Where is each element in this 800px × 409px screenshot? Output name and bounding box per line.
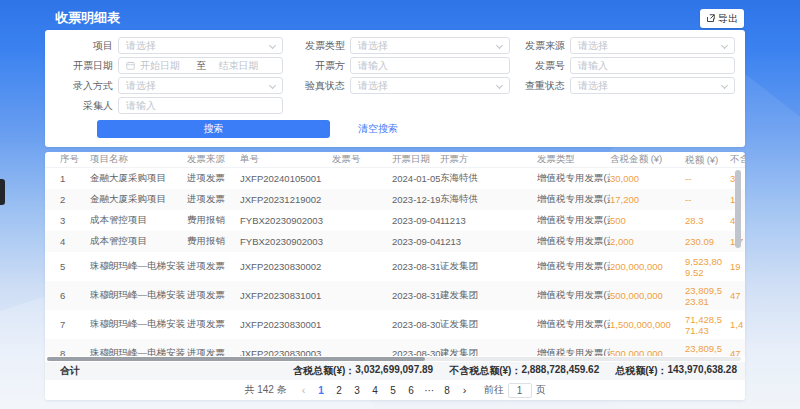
table-cell: 200,000,000 bbox=[610, 261, 685, 272]
table-cell: 47 bbox=[730, 290, 745, 301]
invoice-type-select[interactable]: 请选择 bbox=[350, 37, 510, 54]
table-cell: FYBX20230902003 bbox=[240, 215, 332, 226]
clear-search-button[interactable]: 清空搜索 bbox=[358, 120, 398, 138]
summary-row: 合计 含税总额(¥)： 3,032,699,097.89 不含税总额(¥)： 2… bbox=[45, 362, 745, 380]
table-cell: 500,000,000 bbox=[610, 290, 685, 301]
total-with-tax-value: 3,032,699,097.89 bbox=[355, 364, 433, 378]
column-header: 发票号 bbox=[332, 153, 392, 166]
prev-page-button[interactable]: ‹ bbox=[298, 384, 310, 396]
table-cell: 1213 bbox=[440, 236, 537, 247]
chevron-down-icon bbox=[269, 42, 276, 49]
page-button-8[interactable]: 8 bbox=[441, 385, 454, 396]
column-header: 开票方 bbox=[440, 153, 537, 166]
invoice-no-label: 发票号 bbox=[500, 57, 565, 74]
table-cell: 增值税专用发票(蓝) bbox=[537, 260, 610, 273]
start-date-placeholder: 开始日期 bbox=[140, 59, 197, 73]
goto-page-input[interactable] bbox=[508, 383, 532, 398]
table-row: 2金融大厦采购项目进项发票JXFP202312190022023-12-19东海… bbox=[45, 189, 745, 210]
pagination: 共 142 条 ‹ 1 2 3 4 5 6 ··· 8 › 前往 页 bbox=[45, 380, 745, 400]
more-pages-icon[interactable]: ··· bbox=[423, 385, 436, 396]
table-cell: 增值税专用发票(蓝) bbox=[537, 172, 610, 185]
page-button-3[interactable]: 3 bbox=[351, 385, 364, 396]
project-select[interactable]: 请选择 bbox=[118, 37, 283, 54]
table-cell: 增值税专用发票(蓝) bbox=[537, 214, 610, 227]
table-cell: 2023-08-31 bbox=[392, 290, 440, 301]
table-cell: 71,428,571.43 bbox=[685, 314, 730, 336]
table-cell: 进项发票 bbox=[187, 260, 240, 273]
pagination-total: 共 142 条 bbox=[244, 383, 286, 397]
total-without-tax-value: 2,888,728,459.62 bbox=[521, 364, 599, 378]
table-cell: 证发集团 bbox=[440, 318, 537, 331]
table-cell: JXFP20230831001 bbox=[240, 290, 332, 301]
page-button-2[interactable]: 2 bbox=[333, 385, 346, 396]
search-button[interactable]: 搜索 bbox=[97, 120, 330, 138]
table-cell: JXFP20240105001 bbox=[240, 173, 332, 184]
dup-status-placeholder: 请选择 bbox=[578, 79, 608, 93]
horizontal-scrollbar-thumb[interactable] bbox=[47, 357, 425, 361]
table-cell: 增值税专用发票(蓝) bbox=[537, 289, 610, 302]
table-cell: 2023-08-31 bbox=[392, 261, 440, 272]
table-cell: 1,500,000,000 bbox=[610, 319, 685, 330]
entry-method-select[interactable]: 请选择 bbox=[118, 77, 283, 94]
table-cell: JXFP20230830002 bbox=[240, 261, 332, 272]
next-page-button[interactable]: › bbox=[459, 384, 471, 396]
table-cell: 230.09 bbox=[685, 236, 730, 247]
invoice-source-label: 发票来源 bbox=[500, 37, 565, 54]
table-cell: 1,4 bbox=[730, 319, 745, 330]
page-button-6[interactable]: 6 bbox=[405, 385, 418, 396]
table-cell: 9,523,809.52 bbox=[685, 256, 730, 278]
chevron-down-icon bbox=[721, 82, 728, 89]
dup-status-select[interactable]: 请选择 bbox=[570, 77, 735, 94]
table-cell: 金融大厦采购项目 bbox=[90, 193, 187, 206]
table-cell: 增值税专用发票(蓝) bbox=[537, 193, 610, 206]
page-button-4[interactable]: 4 bbox=[369, 385, 382, 396]
table-cell: 进项发票 bbox=[187, 172, 240, 185]
collector-input[interactable]: 请输入 bbox=[118, 97, 283, 114]
table-row: 6珠穆朗玛峰—电梯安装进项发票JXFP202308310012023-08-31… bbox=[45, 281, 745, 310]
drawer-handle[interactable] bbox=[0, 179, 5, 205]
issuer-input[interactable]: 请输入 bbox=[350, 57, 510, 74]
table-cell: 成本管控项目 bbox=[90, 235, 187, 248]
column-header: 单号 bbox=[240, 153, 332, 166]
page-button-1[interactable]: 1 bbox=[315, 385, 328, 396]
table-row: 7珠穆朗玛峰—电梯安装进项发票JXFP202308300012023-08-30… bbox=[45, 310, 745, 339]
invoice-date-range-picker[interactable]: 开始日期 至 结束日期 bbox=[118, 57, 283, 74]
table-cell: 2023-12-19 bbox=[392, 194, 440, 205]
column-header: 发票类型 bbox=[537, 153, 610, 166]
page-title: 收票明细表 bbox=[55, 9, 120, 27]
table-cell: 金融大厦采购项目 bbox=[90, 172, 187, 185]
page-button-5[interactable]: 5 bbox=[387, 385, 400, 396]
export-icon bbox=[706, 14, 715, 23]
table-cell: 17,200 bbox=[610, 194, 685, 205]
table-cell: 6 bbox=[60, 290, 90, 301]
invoice-date-label: 开票日期 bbox=[53, 57, 113, 74]
end-date-placeholder: 结束日期 bbox=[207, 59, 276, 73]
table-cell: 东海特供 bbox=[440, 172, 537, 185]
issuer-label: 开票方 bbox=[285, 57, 345, 74]
dup-status-label: 查重状态 bbox=[500, 77, 565, 94]
table-cell: 2,000 bbox=[610, 236, 685, 247]
chevron-down-icon bbox=[721, 42, 728, 49]
table-row: 5珠穆朗玛峰—电梯安装进项发票JXFP202308300022023-08-31… bbox=[45, 252, 745, 281]
column-header: 不含税金额 (¥) bbox=[730, 153, 745, 166]
invoice-source-placeholder: 请选择 bbox=[578, 39, 608, 53]
table-cell: 4 bbox=[60, 236, 90, 247]
summary-label: 合计 bbox=[60, 364, 80, 378]
export-button[interactable]: 导出 bbox=[700, 9, 744, 28]
column-header: 项目名称 bbox=[90, 153, 187, 166]
invoice-no-input[interactable]: 请输入 bbox=[570, 57, 735, 74]
table-cell: 费用报销 bbox=[187, 214, 240, 227]
table-cell: JXFP20230830001 bbox=[240, 319, 332, 330]
table-row: 3成本管控项目费用报销FYBX202309020032023-09-041121… bbox=[45, 210, 745, 231]
table-cell: 增值税专用发票(蓝) bbox=[537, 318, 610, 331]
filter-panel: 项目 请选择 发票类型 请选择 发票来源 请选择 开票日期 开始日期 至 结束日… bbox=[45, 30, 745, 147]
table-cell: 2024-01-05 bbox=[392, 173, 440, 184]
table-cell: 2 bbox=[60, 194, 90, 205]
table-cell: 证发集团 bbox=[440, 260, 537, 273]
table-body: 1金融大厦采购项目进项发票JXFP202401050012024-01-05东海… bbox=[45, 168, 745, 368]
collector-placeholder: 请输入 bbox=[126, 99, 156, 113]
verify-status-select[interactable]: 请选择 bbox=[350, 77, 510, 94]
table-cell: 2023-09-04 bbox=[392, 215, 440, 226]
vertical-scrollbar[interactable] bbox=[735, 170, 741, 248]
invoice-source-select[interactable]: 请选择 bbox=[570, 37, 735, 54]
